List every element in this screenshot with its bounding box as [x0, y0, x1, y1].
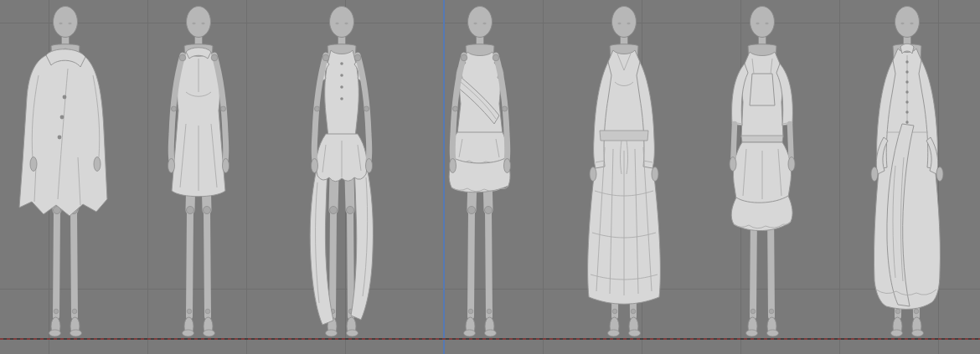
shoulder-joint: [322, 54, 329, 61]
mannequin-1[interactable]: [0, 0, 137, 346]
ankle-joint: [187, 309, 192, 314]
ankle-joint: [631, 309, 636, 314]
mannequin-3[interactable]: [271, 0, 413, 346]
mannequin-6[interactable]: [691, 0, 833, 346]
knee-joint: [330, 207, 338, 214]
mannequin-4[interactable]: [409, 0, 551, 346]
mannequin-hand: [788, 157, 795, 172]
elbow-joint: [503, 106, 508, 111]
elbow-joint: [172, 106, 177, 111]
shoulder-joint: [179, 54, 186, 61]
shoulder-joint: [461, 54, 467, 61]
ankle-joint: [72, 309, 77, 314]
mannequin-hand: [590, 167, 596, 182]
ankle-joint: [468, 309, 473, 314]
mannequin-hand: [312, 159, 318, 173]
mannequin-hand: [168, 159, 175, 173]
shoulder-joint: [354, 54, 361, 61]
mannequin-head: [330, 7, 354, 38]
ankle-joint: [612, 309, 617, 314]
ankle-joint: [54, 309, 59, 314]
mannequin-head: [187, 7, 211, 38]
knee-joint: [204, 207, 211, 214]
elbow-joint: [453, 106, 458, 111]
mannequin-hand: [450, 159, 456, 173]
mannequin-7[interactable]: [836, 0, 978, 346]
shoulder-joint: [493, 54, 499, 61]
mannequin-hand: [366, 159, 373, 173]
mannequin-head: [750, 7, 775, 38]
mannequin-head: [612, 7, 637, 38]
mannequin-hand: [871, 167, 878, 182]
garment-long-sleeve-maxi-dress: [588, 50, 661, 304]
viewport-canvas[interactable]: [0, 0, 980, 354]
mannequin-hand: [223, 159, 230, 173]
ankle-joint: [769, 309, 774, 314]
ankle-joint: [487, 309, 492, 314]
knee-joint: [485, 207, 493, 214]
knee-joint: [187, 207, 194, 214]
mannequin-5[interactable]: [553, 0, 695, 346]
elbow-joint: [221, 106, 226, 111]
elbow-joint: [364, 106, 369, 111]
mannequin-head: [468, 7, 493, 38]
ankle-joint: [895, 309, 900, 314]
garment-apron-top-ruffle-skirt: [731, 52, 792, 231]
garment-oversized-asymmetric-coat: [19, 49, 107, 216]
ankle-joint: [914, 309, 919, 314]
mannequin-2[interactable]: [127, 0, 270, 346]
mannequin-hand: [652, 167, 658, 182]
knee-joint: [347, 207, 354, 214]
mannequin-hand: [730, 157, 736, 172]
mannequin-hand: [94, 157, 101, 172]
elbow-joint: [315, 106, 320, 111]
mannequin-head: [895, 7, 920, 38]
mannequin-hand: [936, 167, 943, 182]
mannequin-head: [54, 7, 78, 38]
knee-joint: [468, 207, 476, 214]
ankle-joint: [205, 309, 210, 314]
mannequin-hand: [30, 157, 37, 172]
garment-ruffled-shirt-dress: [874, 44, 940, 309]
ankle-joint: [750, 309, 756, 314]
shoulder-joint: [211, 54, 218, 61]
mannequin-hand: [504, 159, 511, 173]
